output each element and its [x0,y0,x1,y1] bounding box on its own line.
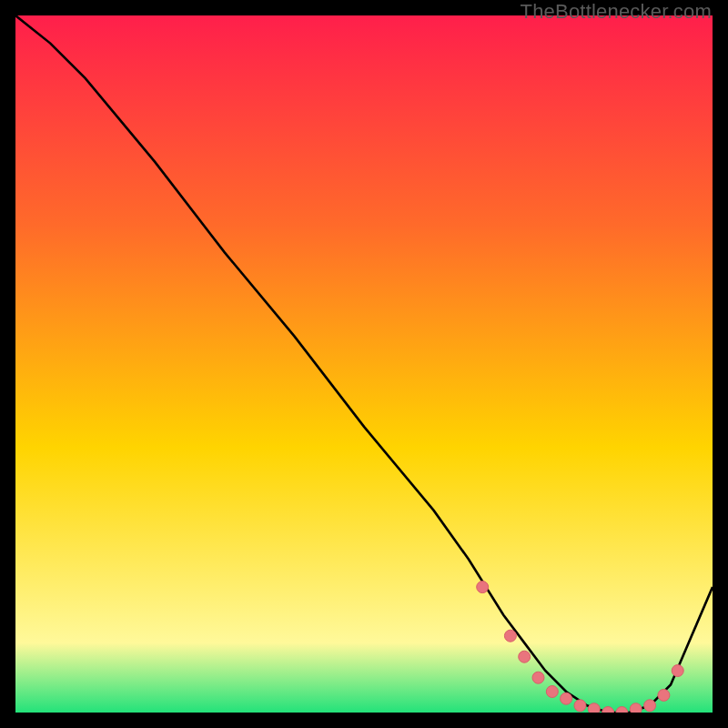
highlight-dot [477,581,489,593]
chart-stage: TheBottlenecker.com [0,0,728,728]
highlight-dot [504,630,516,642]
highlight-dot [672,665,683,677]
highlight-dot [574,700,586,712]
highlight-dot [561,693,572,704]
highlight-dot [658,689,670,701]
watermark-text: TheBottlenecker.com [521,0,712,24]
plot-svg [15,15,713,713]
highlight-dot [644,700,656,712]
highlight-dot [546,686,558,698]
highlight-dot [588,703,600,713]
plot-area [15,15,713,713]
highlight-dot [630,703,642,713]
highlight-dot [532,672,544,683]
highlight-dot [519,651,531,662]
